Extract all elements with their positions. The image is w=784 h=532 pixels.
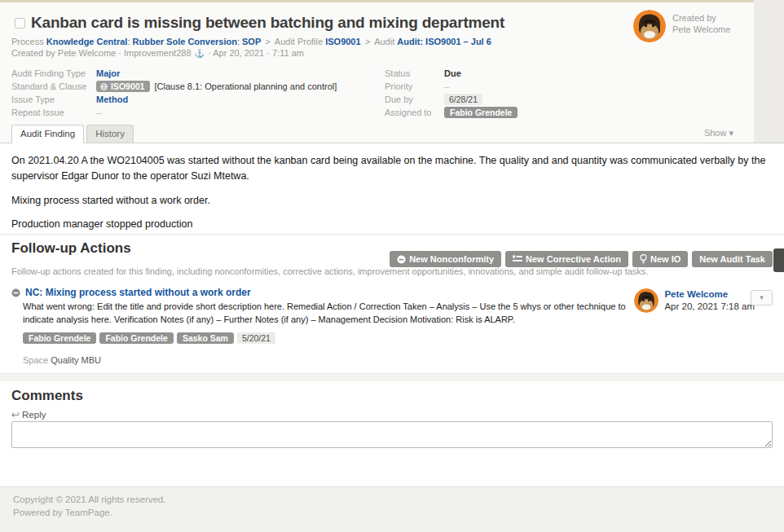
assignee-badge[interactable]: Fabio Grendele [99,332,173,344]
meta-label: Standard & Clause [11,81,96,91]
meta-left-column: Audit Finding Type Major Standard & Clau… [11,67,337,119]
nc-badges: Fabio Grendele Fabio Grendele Sasko Sam … [23,332,773,344]
title-checkbox[interactable] [15,18,25,29]
nc-description: What went wrong: Edit the title and prov… [23,301,638,327]
assignee-badge[interactable]: Sasko Sam [177,332,234,344]
issue-type-value[interactable]: Method [96,95,128,104]
byline-text: Created by Pete Welcome · Improvement288 [11,48,194,58]
meta-label: Issue Type [11,95,96,104]
status-value: Due [444,68,461,78]
meta-row-due-by: Due by 6/28/21 [385,93,518,106]
lightbulb-icon [640,254,647,264]
followup-section: Follow-up Actions Follow-up actions crea… [0,235,784,373]
meta-label: Due by [385,95,444,104]
followup-heading: Follow-up Actions [11,240,131,257]
comments-section: Comments ↩ Reply [0,381,784,486]
breadcrumb-audit-label: Audit [374,37,397,46]
button-label: New Audit Task [699,254,765,264]
nc-due-date-badge: 5/20/21 [237,332,275,344]
meta-label: Audit Finding Type [11,68,96,78]
meta-label: Status [385,68,444,78]
footer-text: Copyright © 2021 All rights reserved. Po… [13,494,165,519]
new-audit-task-button[interactable]: New Audit Task [692,251,773,267]
meta-label: Repeat Issue [11,108,96,117]
chevron-down-icon: ▾ [760,293,764,301]
nc-actions-dropdown[interactable]: ▾ [751,290,773,306]
assignee-badge[interactable]: Fabio Grendele [23,332,96,344]
powered-by-line: Powered by TeamPage. [13,507,165,520]
avatar [633,10,666,42]
new-io-button[interactable]: New IO [632,251,688,267]
header: Kanban card is missing between batching … [0,0,784,143]
minus-circle-icon [11,288,20,297]
header-right-strip [754,0,784,143]
created-by-name: Pete Welcome [672,24,730,35]
due-date-badge: 6/28/21 [444,94,482,105]
meta-row-audit-finding-type: Audit Finding Type Major [11,67,337,80]
section-band-divider [0,373,784,381]
meta-row-priority: Priority – [385,80,518,93]
followup-subtitle: Follow-up actions created for this findi… [11,266,648,276]
breadcrumb-sop-link[interactable]: SOP [242,37,261,46]
show-label: Show [704,128,729,138]
meta-label: Assigned to [385,108,444,117]
followup-buttons: New Nonconformity New Corrective Action … [390,251,773,267]
breadcrumb-iso9001-link[interactable]: ISO9001 [325,37,360,46]
breadcrumb-process-label: Process [11,37,46,46]
iso9001-badge[interactable]: ISO9001 [96,81,150,92]
finding-paragraph: On 2021.04.20 A the WO2104005 was starte… [11,153,773,185]
button-label: New Corrective Action [526,254,621,264]
breadcrumb: Process Knowledge Central: Rubber Sole C… [11,37,491,46]
button-label: New IO [650,254,680,264]
meta-row-repeat-issue: Repeat Issue – [11,106,337,119]
tab-audit-finding[interactable]: Audit Finding [11,125,84,143]
minus-circle-icon [397,255,406,264]
tabs: Audit Finding History [11,125,134,143]
created-byline: Created by Pete Welcome · Improvement288… [11,48,304,58]
avatar [634,288,658,313]
reply-label: Reply [22,410,46,420]
page: Kanban card is missing between batching … [0,0,784,532]
breadcrumb-separator: > [261,37,275,46]
meta-row-status: Status Due [385,67,518,80]
nc-space-line: SpaceQuality MBU [23,355,773,365]
breadcrumb-knowledge-central-link[interactable]: Knowledge Central [46,37,128,46]
created-by-block: Created by Pete Welcome [633,10,730,42]
meta-label: Priority [385,81,444,91]
nc-title-link[interactable]: NC: Mixing process started without a wor… [25,287,251,298]
footer: Copyright © 2021 All rights reserved. Po… [0,486,784,532]
top-accent-strip [0,0,754,2]
button-label: New Nonconformity [409,254,494,264]
nc-author-block: Pete Welcome Apr 20, 2021 7:18 am ▾ [634,288,773,313]
new-corrective-action-button[interactable]: New Corrective Action [505,251,628,267]
meta-right-column: Status Due Priority – Due by 6/28/21 Ass… [385,67,518,119]
nc-author-name-link[interactable]: Pete Welcome [664,288,755,301]
assignee-badge[interactable]: Fabio Grendele [444,107,518,118]
finding-paragraph: Mixing process started without a work or… [11,193,773,209]
show-dropdown[interactable]: Show ▾ [704,128,733,138]
list-icon [513,255,522,263]
edge-clipped-button[interactable] [773,248,784,272]
anchor-icon[interactable]: ⚓ [194,49,205,58]
audit-finding-type-value[interactable]: Major [96,68,120,78]
meta-row-issue-type: Issue Type Method [11,93,337,106]
byline-text: · Apr 20, 2021 · 7:11 am [205,48,304,58]
finding-paragraph: Production manager stopped production [11,217,773,232]
meta-row-assigned-to: Assigned to Fabio Grendele [385,106,518,119]
tab-history[interactable]: History [86,125,134,143]
tab-bar: Audit Finding History Show ▾ [0,125,784,143]
breadcrumb-audit-link[interactable]: Audit: ISO9001 – Jul 6 [397,37,491,46]
globe-icon [100,83,108,90]
title-row: Kanban card is missing between batching … [15,14,504,32]
meta-row-standard-clause: Standard & Clause ISO9001 [Clause 8.1: O… [11,80,337,93]
iso-badge-label: ISO9001 [111,81,144,91]
copyright-line: Copyright © 2021 All rights reserved. [13,494,165,507]
breadcrumb-rubber-sole-link[interactable]: Rubber Sole Conversion [133,37,237,46]
new-nonconformity-button[interactable]: New Nonconformity [390,251,501,267]
comment-input[interactable] [11,421,773,448]
reply-link[interactable]: ↩ Reply [11,409,46,420]
nc-timestamp: Apr 20, 2021 7:18 am [664,301,755,313]
repeat-issue-value: – [96,108,101,117]
created-by-text: Created by Pete Welcome [672,10,730,42]
space-value: Quality MBU [51,355,101,365]
